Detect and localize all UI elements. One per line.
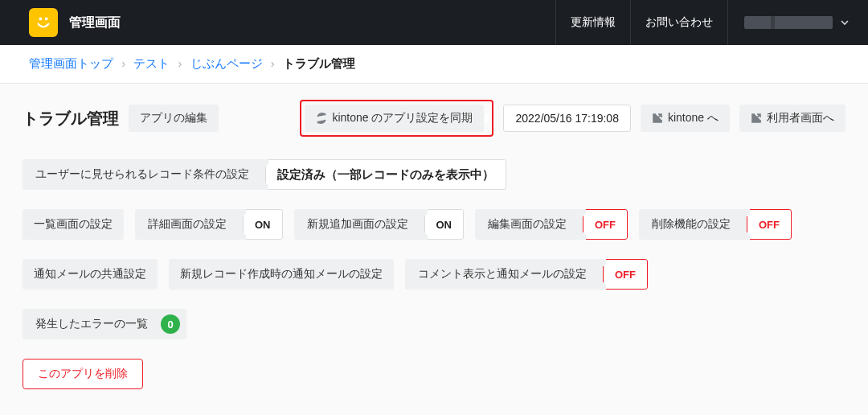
mail-settings-row: 通知メールの共通設定 新規レコード作成時の通知メールの設定 コメント表示と通知メ… xyxy=(23,259,845,290)
breadcrumb-item-top[interactable]: 管理画面トップ xyxy=(29,56,113,70)
breadcrumb-item-test[interactable]: テスト xyxy=(133,56,170,70)
create-screen-value: ON xyxy=(424,209,465,240)
edit-screen-label: 編集画面の設定 xyxy=(475,209,579,240)
breadcrumb-item-current: トラブル管理 xyxy=(283,56,355,70)
svg-point-1 xyxy=(45,18,48,21)
global-header: 管理画面 更新情報 お問い合わせ xyxy=(0,0,868,45)
breadcrumb-sep: › xyxy=(271,56,275,70)
delete-feature-label: 削除機能の設定 xyxy=(639,209,743,240)
user-menu[interactable] xyxy=(727,0,849,45)
breadcrumb-sep: › xyxy=(178,56,182,70)
chevron-down-icon xyxy=(841,18,849,27)
mail-shared-setting[interactable]: 通知メールの共通設定 xyxy=(23,259,158,290)
record-condition-setting[interactable]: ユーザーに見せられるレコード条件の設定 設定済み（一部レコードのみを表示中） xyxy=(23,159,506,190)
user-name-placeholder xyxy=(744,16,833,29)
sync-settings-label: kintone のアプリ設定を同期 xyxy=(332,111,473,125)
detail-screen-setting[interactable]: 詳細画面の設定 ON xyxy=(135,209,283,240)
edit-screen-setting[interactable]: 編集画面の設定 OFF xyxy=(475,209,628,240)
delete-app-button[interactable]: このアプリを削除 xyxy=(23,359,143,389)
breadcrumb: 管理画面トップ › テスト › じぶんページ › トラブル管理 xyxy=(0,45,868,84)
detail-screen-value: ON xyxy=(243,209,283,240)
mail-comment-value: OFF xyxy=(603,259,648,290)
screen-settings-row: 一覧画面の設定 詳細画面の設定 ON 新規追加画面の設定 ON 編集画面の設定 … xyxy=(23,209,845,240)
edit-app-button[interactable]: アプリの編集 xyxy=(129,105,219,132)
page-titlebar: トラブル管理 アプリの編集 kintone のアプリ設定を同期 2022/05/… xyxy=(23,100,845,137)
open-user-view-button[interactable]: 利用者画面へ xyxy=(739,105,845,132)
delete-feature-value: OFF xyxy=(747,209,792,240)
mail-comment-label: コメント表示と通知メールの設定 xyxy=(405,259,600,290)
record-condition-label: ユーザーに見せられるレコード条件の設定 xyxy=(23,159,262,190)
sync-group-highlight: kintone のアプリ設定を同期 xyxy=(300,100,493,137)
errors-list-link[interactable]: 発生したエラーの一覧 0 xyxy=(23,309,186,339)
breadcrumb-sep: › xyxy=(121,56,125,70)
delete-app-row: このアプリを削除 xyxy=(23,359,845,389)
refresh-icon xyxy=(316,113,327,124)
create-screen-setting[interactable]: 新規追加画面の設定 ON xyxy=(294,209,465,240)
sync-settings-button[interactable]: kintone のアプリ設定を同期 xyxy=(305,105,484,132)
detail-screen-label: 詳細画面の設定 xyxy=(135,209,240,240)
main-content: トラブル管理 アプリの編集 kintone のアプリ設定を同期 2022/05/… xyxy=(0,84,868,415)
errors-row: 発生したエラーの一覧 0 xyxy=(23,309,845,339)
mail-on-create-setting[interactable]: 新規レコード作成時の通知メールの設定 xyxy=(169,259,394,290)
errors-list-label: 発生したエラーの一覧 xyxy=(23,309,161,339)
nav-updates[interactable]: 更新情報 xyxy=(555,0,630,45)
nav-contact[interactable]: お問い合わせ xyxy=(630,0,727,45)
edit-screen-value: OFF xyxy=(583,209,628,240)
delete-feature-setting[interactable]: 削除機能の設定 OFF xyxy=(639,209,792,240)
brand-logo xyxy=(29,8,58,37)
external-link-icon xyxy=(751,113,762,124)
smile-icon xyxy=(35,14,52,31)
open-kintone-button[interactable]: kintone へ xyxy=(641,105,730,132)
list-screen-setting[interactable]: 一覧画面の設定 xyxy=(23,209,124,240)
open-kintone-label: kintone へ xyxy=(668,111,719,125)
svg-point-0 xyxy=(39,18,43,21)
record-condition-value: 設定済み（一部レコードのみを表示中） xyxy=(265,159,506,190)
errors-count-badge: 0 xyxy=(161,314,180,334)
mail-comment-setting[interactable]: コメント表示と通知メールの設定 OFF xyxy=(405,259,648,290)
breadcrumb-item-mypage[interactable]: じぶんページ xyxy=(190,56,263,70)
page-title: トラブル管理 xyxy=(23,108,119,129)
record-condition-row: ユーザーに見せられるレコード条件の設定 設定済み（一部レコードのみを表示中） xyxy=(23,159,845,190)
last-synced-timestamp: 2022/05/16 17:19:08 xyxy=(503,105,630,132)
open-user-view-label: 利用者画面へ xyxy=(767,111,834,125)
create-screen-label: 新規追加画面の設定 xyxy=(294,209,421,240)
external-link-icon xyxy=(652,113,663,124)
brand-title: 管理画面 xyxy=(69,14,121,31)
